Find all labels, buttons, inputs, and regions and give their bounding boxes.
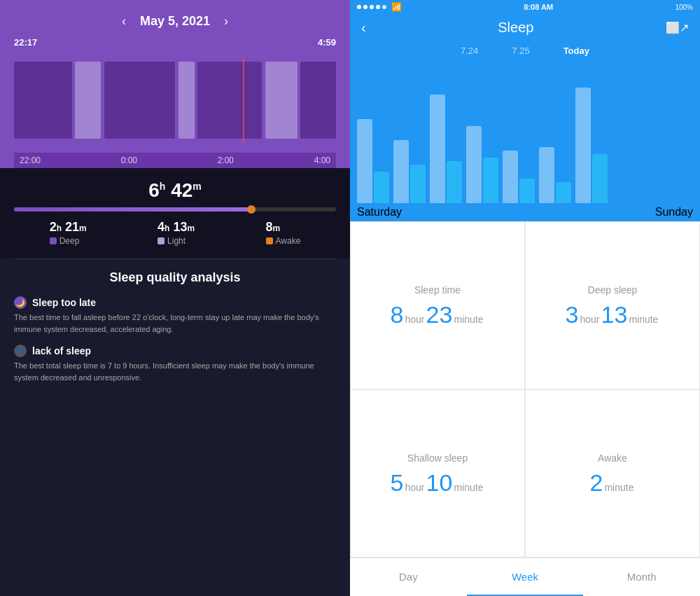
left-panel: ‹ May 5, 2021 › 22:17 4:59 22:00 0:00 2:… (0, 0, 350, 596)
deep-minutes: 21m (65, 220, 87, 234)
battery-indicator: 100% (675, 4, 693, 11)
date-tab-2[interactable]: Today (561, 44, 592, 57)
chart-time-labels: Saturday Sunday (350, 203, 700, 221)
awake-minutes-val: 2 (590, 471, 603, 494)
light-label: Light (167, 236, 186, 246)
dot-3 (370, 5, 374, 9)
prev-date-arrow[interactable]: ‹ (122, 14, 126, 29)
dot-5 (382, 5, 386, 9)
chart-label-sunday: Sunday (655, 206, 693, 219)
shallow-sleep-value: 5 hour 10 minute (391, 471, 485, 494)
sleep-time-h-unit: hour (405, 314, 425, 325)
bar-deep-5 (556, 182, 571, 203)
sleep-bar-chart (350, 63, 700, 203)
date-navigation: ‹ May 5, 2021 › (14, 8, 336, 34)
sleep-time-hours: 8 (391, 303, 404, 326)
date-tabs: 7.24 7.25 Today (350, 44, 700, 63)
tab-week[interactable]: Week (467, 558, 584, 596)
moon-icon: 🌙 (14, 296, 27, 309)
bar-light-0 (357, 119, 372, 203)
awake-minutes: 8m (266, 220, 281, 234)
bar-light-1 (393, 140, 409, 203)
analysis-text-1: The best total sleep time is 7 to 9 hour… (14, 360, 336, 383)
start-time: 22:17 (14, 37, 37, 48)
bar-light-2 (430, 95, 445, 203)
sleep-time-label: Sleep time (414, 284, 461, 296)
analysis-item-0: 🌙 Sleep too late The best time to fall a… (14, 296, 336, 335)
bar-light-4 (503, 151, 518, 203)
time-axis: 22:00 0:00 2:00 4:00 (14, 153, 336, 168)
status-bar: 📶 8:08 AM 100% (350, 0, 700, 14)
awake-stat-value: 2 minute (590, 471, 636, 494)
stats-grid: Sleep time 8 hour 23 minute Deep sleep 3… (350, 221, 700, 557)
tab-month[interactable]: Month (583, 558, 700, 596)
bar-group-2 (430, 95, 462, 203)
back-button[interactable]: ‹ (361, 20, 366, 36)
light-color-dot (158, 237, 164, 244)
stat-cell-shallow-sleep: Shallow sleep 5 hour 10 minute (350, 389, 525, 557)
status-time: 8:08 AM (524, 3, 553, 11)
time-label-3: 4:00 (314, 155, 330, 165)
sleep-time-m-unit: minute (454, 314, 483, 325)
stat-cell-sleep-time: Sleep time 8 hour 23 minute (350, 221, 525, 389)
bar-deep-3 (483, 158, 498, 203)
bar-light-6 (575, 88, 591, 203)
awake-marker-dot (247, 205, 255, 214)
zzz-icon: 💤 (14, 345, 27, 357)
next-date-arrow[interactable]: › (224, 14, 228, 29)
sleep-time-value: 8 hour 23 minute (391, 303, 485, 326)
bar-group-0 (357, 119, 389, 203)
dot-4 (376, 5, 380, 9)
bar-deep-4 (519, 179, 535, 203)
deep-sleep-h-unit: hour (580, 314, 600, 325)
light-minutes: 13m (173, 220, 195, 234)
stat-cell-awake: Awake 2 minute (525, 389, 700, 557)
sleep-breakdown: 2h 21m Deep 4h 13m Light (14, 220, 336, 246)
bar-light-3 (466, 126, 482, 203)
time-label-1: 0:00 (121, 155, 137, 165)
bar-deep-2 (447, 161, 462, 203)
shallow-sleep-minutes: 10 (426, 471, 453, 494)
total-minutes: 42 (171, 179, 192, 201)
bar-group-1 (393, 140, 426, 203)
chart-label-saturday: Saturday (357, 206, 402, 219)
share-icon[interactable]: ⬜↗ (666, 21, 689, 34)
analysis-text-0: The best time to fall asleep before 22 o… (14, 312, 336, 335)
stat-cell-deep-sleep: Deep sleep 3 hour 13 minute (525, 221, 700, 389)
sleep-visualization (14, 48, 336, 153)
analysis-title-1: lack of sleep (32, 345, 91, 356)
awake-stat-label: Awake (598, 452, 627, 464)
date-tab-1[interactable]: 7.25 (509, 44, 532, 57)
bar-deep-6 (592, 154, 608, 203)
awake-label: Awake (276, 236, 301, 246)
deep-color-dot (50, 237, 57, 244)
time-labels-top: 22:17 4:59 (14, 34, 336, 48)
quality-analysis-section: Sleep quality analysis 🌙 Sleep too late … (0, 259, 350, 404)
analysis-title-0: Sleep too late (32, 297, 96, 308)
awake-stat: 8m Awake (266, 220, 301, 246)
bar-group-3 (466, 126, 498, 203)
current-date: May 5, 2021 (140, 14, 210, 29)
app-title: Sleep (498, 20, 533, 36)
bar-group-5 (539, 147, 571, 203)
bar-group-6 (575, 88, 608, 203)
awake-m-unit: minute (604, 482, 634, 493)
tab-day[interactable]: Day (350, 558, 467, 596)
deep-sleep-m-unit: minute (629, 314, 658, 325)
end-time: 4:59 (318, 37, 336, 48)
shallow-sleep-label: Shallow sleep (407, 452, 468, 464)
deep-hours: 2h (50, 220, 62, 234)
sleep-progress-bar (14, 207, 336, 212)
deep-label: Deep (59, 236, 80, 246)
time-label-2: 2:00 (218, 155, 234, 165)
signal-dots: 📶 (357, 2, 402, 12)
sleep-app-header: ‹ Sleep ⬜↗ (350, 14, 700, 44)
sleep-progress-fill (14, 207, 255, 212)
bar-group-4 (503, 151, 535, 203)
deep-sleep-stat: 2h 21m Deep (50, 220, 87, 246)
date-tab-0[interactable]: 7.24 (458, 44, 481, 57)
time-label-0: 22:00 (20, 155, 41, 165)
total-sleep-display: 6h 42m (14, 179, 336, 202)
deep-sleep-value: 3 hour 13 minute (566, 303, 660, 326)
sleep-time-minutes: 23 (426, 303, 453, 326)
